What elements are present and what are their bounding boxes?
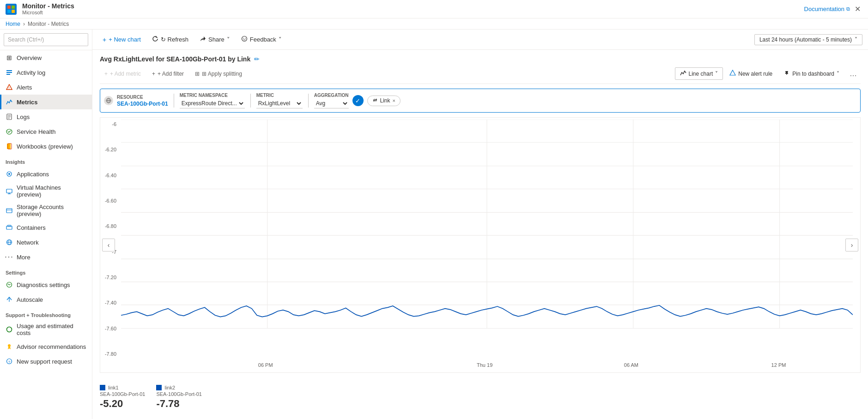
link-icon bbox=[372, 97, 378, 104]
apply-splitting-button[interactable]: ⊞ ⊞ Apply splitting bbox=[190, 69, 247, 79]
sidebar-item-usage-costs[interactable]: Usage and estimated costs bbox=[0, 320, 92, 339]
external-link-icon: ⧉ bbox=[846, 6, 850, 12]
link-tag[interactable]: Link × bbox=[367, 96, 401, 106]
namespace-select[interactable]: ExpressRoute Direct... bbox=[180, 99, 245, 108]
settings-section-label: Settings bbox=[0, 264, 92, 277]
sidebar: ⊞ Overview Activity log ! Alerts Metrics bbox=[0, 30, 92, 419]
legend-name-link1: link1 bbox=[108, 385, 119, 390]
chart-type-caret-icon: ˅ bbox=[715, 71, 718, 77]
virtual-machines-icon bbox=[6, 187, 13, 195]
breadcrumb-separator: › bbox=[23, 21, 25, 27]
svg-point-33 bbox=[243, 38, 244, 39]
sidebar-item-alerts[interactable]: ! Alerts bbox=[0, 80, 92, 95]
y-label-1: -6.20 bbox=[105, 147, 118, 152]
add-filter-button[interactable]: + + Add filter bbox=[147, 69, 188, 79]
sidebar-item-logs[interactable]: Logs bbox=[0, 109, 92, 124]
pin-to-dashboard-button[interactable]: Pin to dashboard ˅ bbox=[779, 68, 844, 79]
svg-point-32 bbox=[242, 36, 247, 42]
chart-visualization: ‹ › -6 -6.20 -6.40 -6.60 -6.80 -7 -7.20 … bbox=[100, 117, 861, 373]
svg-point-15 bbox=[8, 173, 10, 175]
sidebar-item-service-health[interactable]: Service Health bbox=[0, 124, 92, 139]
time-caret-icon: ˅ bbox=[855, 36, 857, 43]
chart-more-button[interactable]: … bbox=[846, 68, 861, 80]
sidebar-item-network[interactable]: Network bbox=[0, 235, 92, 250]
top-bar: Monitor - Metrics Microsoft Documentatio… bbox=[0, 0, 868, 18]
y-label-2: -6.40 bbox=[105, 173, 118, 178]
new-alert-rule-button[interactable]: New alert rule bbox=[725, 68, 777, 79]
refresh-button[interactable]: ↻ Refresh bbox=[147, 33, 193, 47]
documentation-link[interactable]: Documentation ⧉ bbox=[804, 6, 850, 12]
new-chart-button[interactable]: + + New chart bbox=[98, 33, 146, 47]
y-label-6: -7.20 bbox=[105, 275, 118, 280]
namespace-select-group: METRIC NAMESPACE ExpressRoute Direct... bbox=[180, 93, 245, 108]
sidebar-item-diagnostics[interactable]: Diagnostics settings bbox=[0, 277, 92, 292]
close-button[interactable]: ✕ bbox=[853, 3, 862, 15]
chart-nav-right-button[interactable]: › bbox=[845, 239, 858, 251]
storage-accounts-icon bbox=[6, 207, 13, 214]
svg-rect-0 bbox=[7, 6, 11, 9]
line-chart-icon bbox=[680, 70, 686, 78]
service-health-icon bbox=[6, 128, 13, 135]
search-container bbox=[0, 30, 92, 50]
link-tag-close[interactable]: × bbox=[393, 98, 395, 103]
pin-caret-icon: ˅ bbox=[837, 71, 839, 77]
svg-rect-19 bbox=[6, 209, 12, 213]
more-icon: ··· bbox=[6, 253, 13, 261]
svg-rect-16 bbox=[6, 189, 12, 193]
svg-point-28 bbox=[7, 327, 12, 332]
metric-confirm-button[interactable]: ✓ bbox=[352, 95, 364, 106]
sidebar-item-metrics[interactable]: Metrics bbox=[0, 95, 92, 109]
aggregation-select-group: AGGREGATION Avg Max Min Sum bbox=[314, 93, 349, 108]
toolbar: + + New chart ↻ Refresh Share ˅ bbox=[92, 30, 868, 50]
advisor-icon bbox=[6, 343, 13, 350]
x-label-1: Thu 19 bbox=[477, 362, 492, 368]
legend-name-link2: link2 bbox=[164, 385, 175, 390]
sidebar-item-storage-accounts[interactable]: Storage Accounts (preview) bbox=[0, 201, 92, 220]
x-label-0: 06 PM bbox=[258, 362, 273, 368]
metric-select-group: METRIC RxLightLevel bbox=[256, 93, 303, 108]
svg-rect-2 bbox=[7, 10, 11, 13]
chart-nav-left-button[interactable]: ‹ bbox=[102, 239, 115, 251]
workbooks-icon bbox=[6, 143, 13, 150]
pin-icon bbox=[783, 70, 790, 78]
legend-value-link2: -7.78 bbox=[156, 398, 201, 410]
sidebar-item-support-request[interactable]: ? New support request bbox=[0, 354, 92, 369]
aggregation-select[interactable]: Avg Max Min Sum bbox=[314, 99, 349, 108]
sidebar-item-workbooks[interactable]: Workbooks (preview) bbox=[0, 139, 92, 154]
svg-rect-12 bbox=[7, 144, 11, 149]
chart-type-button[interactable]: Line chart ˅ bbox=[675, 67, 723, 80]
breadcrumb-home[interactable]: Home bbox=[6, 21, 20, 27]
sidebar-item-containers[interactable]: Containers bbox=[0, 220, 92, 235]
sidebar-item-virtual-machines[interactable]: Virtual Machines (preview) bbox=[0, 181, 92, 201]
metric-select[interactable]: RxLightLevel bbox=[256, 99, 303, 108]
overview-icon: ⊞ bbox=[6, 54, 13, 61]
x-label-3: 12 PM bbox=[771, 362, 786, 368]
y-label-3: -6.60 bbox=[105, 198, 118, 204]
resource-field: RESOURCE SEA-100Gb-Port-01 bbox=[117, 95, 168, 107]
sidebar-item-more[interactable]: ··· More bbox=[0, 250, 92, 264]
sidebar-item-overview[interactable]: ⊞ Overview bbox=[0, 50, 92, 65]
legend-color-link1 bbox=[100, 385, 105, 390]
scope-icon bbox=[104, 96, 113, 105]
app-subtitle: Microsoft bbox=[22, 10, 74, 16]
svg-rect-6 bbox=[6, 74, 10, 75]
search-input[interactable] bbox=[4, 33, 88, 46]
sidebar-item-activity-log[interactable]: Activity log bbox=[0, 65, 92, 80]
feedback-button[interactable]: Feedback ˅ bbox=[237, 33, 286, 47]
time-range-picker[interactable]: Last 24 hours (Automatic - 5 minutes) ˅ bbox=[754, 34, 862, 45]
sidebar-item-advisor[interactable]: Advisor recommendations bbox=[0, 339, 92, 354]
x-label-2: 06 AM bbox=[624, 362, 638, 368]
breadcrumb-current: Monitor - Metrics bbox=[28, 21, 69, 27]
sidebar-item-applications[interactable]: Applications bbox=[0, 167, 92, 181]
usage-costs-icon bbox=[6, 326, 13, 333]
add-metric-button[interactable]: + + Add metric bbox=[100, 69, 146, 79]
add-filter-icon: + bbox=[152, 71, 155, 77]
edit-title-button[interactable]: ✏ bbox=[254, 55, 260, 63]
y-label-9: -7.80 bbox=[105, 351, 118, 357]
legend-color-link2 bbox=[156, 385, 162, 390]
svg-rect-1 bbox=[12, 6, 15, 9]
containers-icon bbox=[6, 224, 13, 231]
metric-selector-row: RESOURCE SEA-100Gb-Port-01 METRIC NAMESP… bbox=[100, 89, 861, 113]
share-button[interactable]: Share ˅ bbox=[195, 33, 235, 47]
sidebar-item-autoscale[interactable]: Autoscale bbox=[0, 292, 92, 307]
